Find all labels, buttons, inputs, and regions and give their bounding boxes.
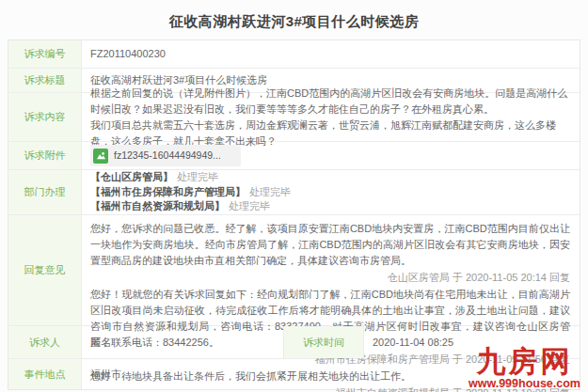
- department-line: 【仓山区房管局】处理完毕: [90, 170, 570, 185]
- reply-attribution: 仓山区房管局 于 2020-11-05 20:14 回复: [90, 270, 570, 285]
- request-no-value: FZ20110400230: [82, 40, 580, 68]
- page-title: 征收高湖村跃进河3#项目什么时候选房: [0, 0, 588, 31]
- attachment-filename: fz12345-16044494949...: [114, 148, 221, 164]
- department-line: 【福州市自然资源和规划局】处理完毕: [90, 199, 570, 214]
- request-content-value: 根据之前回复的说（详见附件图片），江南CBD范围内的高湖片区旧改会有安商房地块。…: [82, 93, 580, 141]
- reply-opinion-value: 您好，您诉求的问题已收悉。经了解，该项目原安置江南CBD地块内安置房，江南CBD…: [82, 215, 580, 325]
- request-no-label: 诉求编号: [8, 40, 82, 68]
- row-request-no: 诉求编号 FZ20110400230: [8, 40, 580, 69]
- image-attachment-icon: [93, 149, 108, 164]
- department-line: 【福州市住房保障和房产管理局】处理完毕: [90, 185, 570, 200]
- department-handling-label: 部门办理: [8, 170, 82, 214]
- content-paragraph: 根据之前回复的说（详见附件图片），江南CBD范围内的高湖片区旧改会有安商房地块。…: [90, 86, 570, 118]
- department-handling-value: 【仓山区房管局】处理完毕 【福州市住房保障和房产管理局】处理完毕 【福州市自然资…: [82, 170, 580, 214]
- site-watermark: 九房网 www.999house.com: [469, 347, 580, 390]
- incident-location-label: 事件地点: [8, 359, 82, 389]
- watermark-logo: 九房网: [469, 347, 580, 377]
- row-request-content: 诉求内容 根据之前回复的说（详见附件图片），江南CBD范围内的高湖片区旧改会有安…: [8, 93, 580, 142]
- row-reply-opinion: 回复意见 您好，您诉求的问题已收悉。经了解，该项目原安置江南CBD地块内安置房，…: [8, 215, 580, 326]
- request-attachment-value: fz12345-16044494949...: [82, 142, 580, 169]
- request-attachment-label: 诉求附件: [8, 142, 82, 169]
- reply-text: 您好，您诉求的问题已收悉。经了解，该项目原安置江南CBD地块内安置房，江南CBD…: [90, 221, 570, 269]
- watermark-url: www.999house.com: [469, 377, 580, 390]
- requester-value: 匿名: [82, 326, 283, 358]
- request-time-label: 诉求时间: [283, 326, 364, 358]
- petition-detail-table: 诉求编号 FZ20110400230 诉求标题 征收高湖村跃进河3#项目什么时候…: [8, 39, 580, 390]
- row-request-attachment: 诉求附件 fz12345-16044494949...: [8, 142, 580, 170]
- requester-label: 诉求人: [8, 326, 82, 358]
- request-title-label: 诉求标题: [8, 69, 82, 92]
- attachment-chip[interactable]: fz12345-16044494949...: [90, 145, 241, 166]
- reply-opinion-label: 回复意见: [8, 215, 82, 325]
- row-department-handling: 部门办理 【仓山区房管局】处理完毕 【福州市住房保障和房产管理局】处理完毕 【福…: [8, 170, 580, 215]
- request-content-label: 诉求内容: [8, 93, 82, 141]
- reply-item: 您好，您诉求的问题已收悉。经了解，该项目原安置江南CBD地块内安置房，江南CBD…: [90, 221, 570, 287]
